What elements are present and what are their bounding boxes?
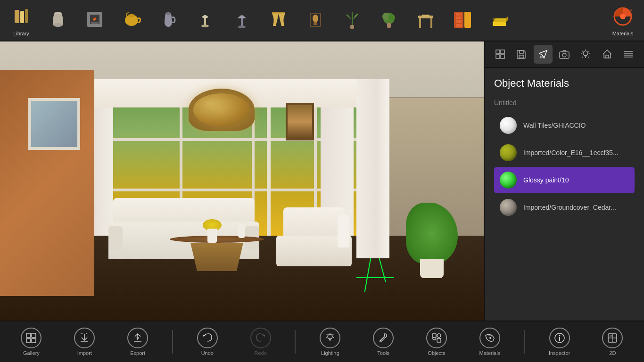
bottom-gallery[interactable]: Gallery [12, 323, 50, 361]
svg-point-77 [559, 335, 560, 337]
material-item-glossy-paint[interactable]: Glossy paint/10 [494, 167, 635, 193]
svg-rect-48 [520, 50, 523, 53]
selection-guide-h1 [356, 277, 394, 278]
svg-point-14 [201, 25, 209, 27]
toolbar-platform[interactable] [483, 1, 516, 39]
svg-point-43 [620, 14, 626, 19]
materials-icon [479, 328, 500, 348]
svg-rect-31 [419, 18, 421, 28]
svg-rect-59 [26, 333, 31, 337]
plant-right [404, 203, 460, 278]
bottom-undo[interactable]: Undo [189, 323, 226, 361]
wall-painting-left [28, 98, 80, 150]
toolbar-lamp2[interactable] [225, 1, 258, 39]
svg-point-53 [583, 51, 588, 56]
toolbar-vase[interactable] [41, 1, 74, 39]
svg-rect-46 [496, 55, 500, 58]
svg-rect-29 [387, 23, 391, 28]
toolbar-plant2[interactable] [372, 1, 405, 39]
material-item-groundcover[interactable]: Imported/Groundcover_Cedar... [494, 194, 635, 221]
toolbar-lamp1[interactable] [189, 1, 222, 39]
svg-rect-47 [501, 55, 504, 58]
redo-icon [250, 328, 271, 348]
main-area: ‹ [0, 41, 644, 321]
import-icon [74, 328, 95, 348]
viewport[interactable]: ‹ [0, 41, 484, 321]
bottom-lighting[interactable]: Lighting [311, 323, 349, 361]
bottom-materials[interactable]: Materials [471, 323, 509, 361]
material-item-wall-tiles[interactable]: Wall Tiles/GHIACCIO [494, 112, 635, 139]
svg-point-23 [313, 15, 318, 22]
toolbar-plant1[interactable] [336, 1, 369, 39]
inspector-icon [549, 328, 570, 348]
panel-paint-btn[interactable] [534, 45, 553, 64]
bottom-2d[interactable]: 2D 2D [594, 323, 631, 361]
swatch-groundcover [500, 199, 517, 216]
svg-rect-33 [422, 15, 429, 16]
svg-point-15 [202, 16, 208, 17]
toolbar-curtains[interactable] [262, 1, 295, 39]
svg-rect-0 [15, 10, 19, 23]
curtain-far-right [356, 79, 389, 258]
svg-rect-12 [166, 13, 170, 15]
bottom-import[interactable]: Import [66, 323, 103, 361]
bottom-tools[interactable]: Tools [364, 323, 402, 361]
svg-point-52 [562, 53, 566, 57]
gallery-icon [21, 328, 41, 348]
panel-toolbar [485, 41, 644, 68]
bottom-objects[interactable]: Objects [418, 323, 455, 361]
export-icon [127, 328, 148, 348]
flowers [203, 219, 222, 243]
toolbar-shelf[interactable] [446, 1, 479, 39]
svg-rect-36 [456, 16, 462, 19]
svg-rect-51 [560, 52, 569, 58]
toolbar-table[interactable] [409, 1, 442, 39]
swatch-glossy-paint [500, 172, 517, 189]
material-item-imported-color[interactable]: Imported/Color_E16__1eccf35... [494, 140, 635, 166]
panel-content: Object Materials Untitled Wall Tiles/GHI… [485, 68, 644, 321]
panel-camera-btn[interactable] [555, 45, 574, 64]
panel-floorplan-btn[interactable] [491, 45, 510, 64]
panel-list-btn[interactable] [619, 45, 638, 64]
svg-point-4 [53, 23, 63, 27]
panel-home-btn[interactable] [598, 45, 617, 64]
svg-rect-25 [350, 25, 354, 29]
svg-rect-2 [25, 9, 28, 23]
divider-2 [295, 330, 296, 354]
undo-icon [197, 328, 218, 348]
toolbar-fireplace[interactable] [78, 1, 111, 39]
lighting-icon [320, 328, 340, 348]
svg-point-50 [540, 56, 542, 58]
svg-rect-32 [430, 18, 432, 28]
svg-rect-61 [26, 338, 31, 343]
panel-light-btn[interactable] [576, 45, 595, 64]
svg-rect-45 [501, 50, 504, 54]
material-section-label: Untitled [494, 99, 635, 107]
objects-icon [426, 328, 447, 348]
svg-rect-71 [432, 334, 436, 337]
bottom-inspector[interactable]: Inspector [541, 323, 578, 361]
toolbar-materials[interactable]: Materials [606, 1, 639, 39]
toolbar-teapot[interactable] [115, 1, 148, 39]
bottom-redo[interactable]: Redo [242, 323, 280, 361]
svg-rect-7 [91, 22, 99, 24]
panel-title: Object Materials [494, 77, 635, 90]
bottom-export[interactable]: Export [119, 323, 157, 361]
svg-point-17 [238, 25, 246, 28]
divider-1 [172, 330, 173, 354]
svg-rect-38 [456, 24, 462, 27]
svg-rect-49 [519, 55, 524, 58]
bottom-toolbar: Gallery Import Export [0, 321, 644, 362]
top-toolbar: Library [0, 0, 644, 41]
toolbar-library[interactable]: Library [5, 1, 38, 39]
svg-point-18 [238, 16, 246, 18]
panel-save-btn[interactable] [512, 45, 531, 64]
svg-text:2D: 2D [610, 335, 613, 337]
side-vase [335, 210, 352, 247]
toolbar-jug[interactable] [152, 1, 185, 39]
right-panel: Object Materials Untitled Wall Tiles/GHI… [484, 41, 644, 321]
svg-rect-62 [32, 338, 36, 343]
svg-line-66 [333, 334, 333, 335]
toolbar-painting[interactable] [299, 1, 332, 39]
svg-rect-60 [32, 333, 36, 337]
